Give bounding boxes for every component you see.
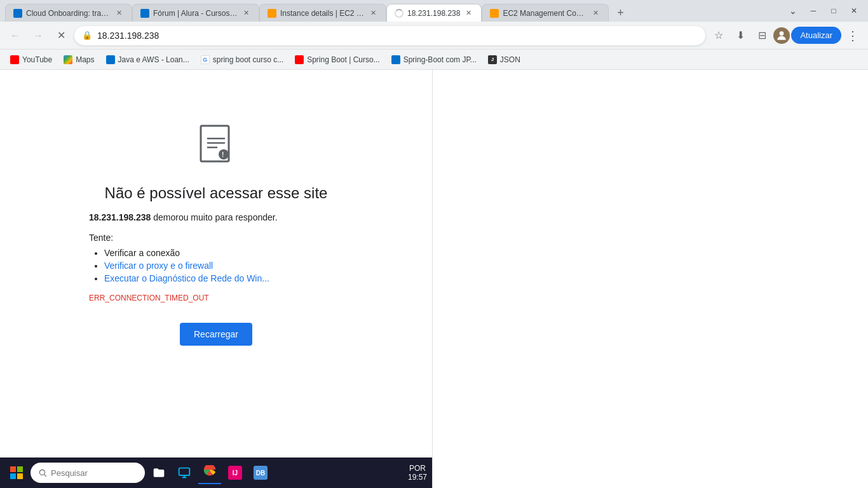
new-tab-button[interactable]: + — [611, 4, 629, 22]
youtube-favicon2 — [295, 55, 304, 64]
tab-favicon — [13, 9, 22, 18]
tab-title: Fórum | Alura - Cursos online... — [153, 9, 238, 18]
bookmark-youtube[interactable]: YouTube — [5, 53, 57, 67]
start-button[interactable] — [5, 461, 28, 484]
taskbar-search-input[interactable] — [51, 468, 114, 478]
tab-title: EC2 Management Console — [503, 9, 587, 18]
tab-close-icon[interactable]: ✕ — [464, 8, 473, 18]
suggestion-proxy: Verificar o proxy e o firewall — [104, 261, 343, 271]
suggestion-link-proxy[interactable]: Verificar o proxy e o firewall — [104, 261, 213, 271]
error-icon-wrap: ! — [193, 121, 239, 169]
right-panel — [432, 70, 868, 488]
bookmark-label: Maps — [76, 55, 94, 64]
taskbar-clock: POR 19:57 — [408, 464, 427, 482]
svg-point-0 — [780, 31, 784, 36]
tab-favicon — [268, 9, 276, 18]
suggestion-diagnostico: Executar o Diagnóstico de Rede do Win... — [104, 273, 343, 283]
close-button[interactable]: ✕ — [845, 4, 863, 18]
content-area: ! Não é possível acessar esse site 18.23… — [0, 70, 868, 488]
browser-frame: Cloud Onboarding: trabalhar... ✕ Fórum |… — [0, 0, 868, 488]
taskbar-chrome-icon[interactable] — [198, 461, 221, 484]
user-avatar[interactable] — [773, 27, 790, 44]
tab-favicon — [140, 9, 149, 18]
taskbar-file-manager-icon[interactable] — [147, 461, 170, 484]
bookmark-label: YouTube — [22, 55, 52, 64]
nav-bar: ← → ✕ 🔒 18.231.198.238 ☆ ⬇ ⊟ Atualizar ⋮ — [0, 22, 868, 50]
json-favicon: J — [488, 55, 497, 64]
address-text: 18.231.198.238 — [97, 30, 698, 41]
error-message-suffix: demorou muito para responder. — [151, 212, 277, 222]
bookmarks-bar: YouTube Maps Java e AWS - Loan... G spri… — [0, 50, 868, 70]
error-title: Não é possível acessar esse site — [105, 184, 328, 202]
bookmark-spring-boot-google[interactable]: G spring boot curso c... — [196, 53, 288, 67]
download-button[interactable]: ⬇ — [730, 25, 750, 46]
bookmark-button[interactable]: ☆ — [709, 25, 729, 46]
bookmark-spring-boot-yt[interactable]: Spring Boot | Curso... — [290, 53, 385, 67]
tab-ec2-console[interactable]: EC2 Management Console ✕ — [482, 4, 609, 22]
taskbar-search[interactable] — [31, 463, 145, 483]
bookmark-java-aws[interactable]: Java e AWS - Loan... — [101, 53, 194, 67]
recarregar-button[interactable]: Recarregar — [180, 323, 252, 346]
search-icon — [38, 468, 47, 477]
tab-ip-address[interactable]: 18.231.198.238 ✕ — [386, 4, 482, 22]
forward-button[interactable]: → — [28, 25, 48, 46]
taskbar-time-label: 19:57 — [408, 473, 427, 482]
taskbar-jetbrains-icon[interactable]: IJ — [224, 461, 247, 484]
update-browser-button[interactable]: Atualizar — [791, 27, 841, 44]
error-body: 18.231.198.238 demorou muito para respon… — [89, 212, 343, 222]
chrome-logo-icon — [203, 465, 217, 479]
taskbar: IJ DB POR 19:57 — [0, 458, 432, 488]
reload-button[interactable]: ✕ — [51, 25, 71, 46]
minimize-button[interactable]: ─ — [804, 4, 822, 18]
svg-point-7 — [39, 470, 44, 475]
svg-text:!: ! — [222, 151, 224, 158]
tab-close-icon[interactable]: ✕ — [114, 8, 124, 18]
tab-loading-spinner — [395, 9, 403, 18]
tab-instance-details[interactable]: Instance details | EC2 Manag... ✕ — [259, 4, 386, 22]
svg-rect-9 — [179, 468, 190, 476]
bookmark-label: Spring Boot | Curso... — [307, 55, 380, 64]
tab-close-icon[interactable]: ✕ — [241, 8, 251, 18]
alura-favicon2 — [391, 55, 400, 64]
tab-title: Instance details | EC2 Manag... — [280, 9, 365, 18]
tab-forum-alura[interactable]: Fórum | Alura - Cursos online... ✕ — [132, 4, 259, 22]
google-favicon: G — [201, 55, 210, 64]
error-suggestions-list: Verificar a conexão Verificar o proxy e … — [89, 248, 343, 283]
youtube-favicon — [10, 55, 19, 64]
suggestion-conexao: Verificar a conexão — [104, 248, 343, 258]
window-controls: ⌄ ─ □ ✕ — [784, 4, 863, 18]
suggestion-link-diagnostico[interactable]: Executar o Diagnóstico de Rede do Win... — [104, 273, 269, 283]
maximize-button[interactable]: □ — [825, 4, 843, 18]
error-page: ! Não é possível acessar esse site 18.23… — [0, 70, 432, 488]
maps-favicon — [64, 55, 72, 64]
bookmark-maps[interactable]: Maps — [58, 53, 99, 67]
tab-cloud-onboarding[interactable]: Cloud Onboarding: trabalhar... ✕ — [5, 4, 132, 22]
tab-favicon — [490, 9, 499, 18]
tab-title: 18.231.198.238 — [407, 9, 460, 18]
title-bar: Cloud Onboarding: trabalhar... ✕ Fórum |… — [0, 0, 868, 22]
address-bar[interactable]: 🔒 18.231.198.238 — [74, 25, 706, 46]
tabs-container: Cloud Onboarding: trabalhar... ✕ Fórum |… — [5, 0, 784, 22]
back-button[interactable]: ← — [5, 25, 25, 46]
bookmark-json[interactable]: J JSON — [483, 53, 526, 67]
bookmark-label: Java e AWS - Loan... — [118, 55, 189, 64]
error-code: ERR_CONNECTION_TIMED_OUT — [89, 294, 343, 302]
suggestion-text: Verificar a conexão — [104, 248, 180, 258]
taskbar-dbeaver-icon[interactable]: DB — [249, 461, 272, 484]
error-page-icon: ! — [193, 121, 239, 166]
try-label: Tente: — [89, 233, 343, 243]
taskbar-date-label: POR — [409, 464, 426, 473]
bookmark-label: spring boot curso c... — [213, 55, 283, 64]
taskbar-pc-icon[interactable] — [173, 461, 196, 484]
tab-close-icon[interactable]: ✕ — [591, 8, 600, 18]
tab-list-button[interactable]: ⌄ — [784, 4, 802, 18]
bookmark-label: Spring-Boot com JP... — [403, 55, 477, 64]
error-ip: 18.231.198.238 — [89, 212, 151, 222]
browser-menu-button[interactable]: ⋮ — [843, 25, 863, 46]
tab-close-icon[interactable]: ✕ — [369, 8, 378, 18]
lock-icon: 🔒 — [82, 30, 92, 40]
bookmark-spring-boot-jp[interactable]: Spring-Boot com JP... — [386, 53, 482, 67]
nav-actions: ☆ ⬇ ⊟ Atualizar ⋮ — [709, 25, 863, 46]
extension-button[interactable]: ⊟ — [752, 25, 772, 46]
windows-logo-icon — [10, 466, 23, 479]
